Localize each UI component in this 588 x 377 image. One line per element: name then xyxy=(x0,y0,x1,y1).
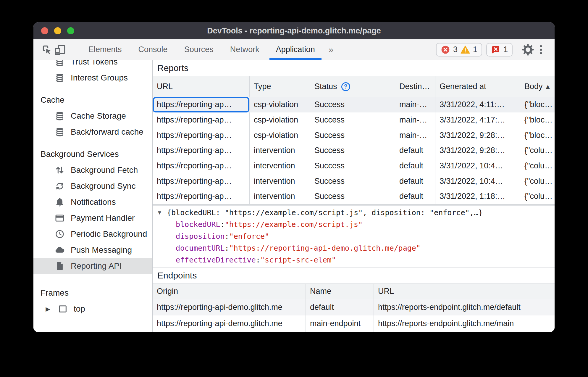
endpoint-cell-name[interactable]: main-endpoint xyxy=(306,315,374,332)
report-cell-url[interactable]: https://reporting-ap… xyxy=(153,97,250,112)
sidebar-item-reporting-api[interactable]: Reporting API xyxy=(33,258,152,274)
report-cell-url[interactable]: https://reporting-ap… xyxy=(153,173,250,189)
endpoint-cell-origin[interactable]: https://reporting-api-demo.glitch.me xyxy=(153,315,306,332)
report-cell-status[interactable]: Success xyxy=(310,112,395,128)
tab-sources[interactable]: Sources xyxy=(176,39,222,60)
report-cell-status[interactable]: Success xyxy=(310,128,395,143)
sidebar-item-back-forward-cache[interactable]: Back/forward cache xyxy=(33,124,152,140)
report-cell-generated-at[interactable]: 3/31/2022, 9:28:… xyxy=(435,128,520,143)
report-row[interactable]: https://reporting-ap…csp-violationSucces… xyxy=(153,112,555,128)
endpoint-cell-url[interactable]: https://reports-endpoint.glitch.me/main xyxy=(374,315,555,332)
sidebar-item-background-fetch[interactable]: Background Fetch xyxy=(33,162,152,178)
property-key: disposition xyxy=(176,232,225,241)
report-cell-url[interactable]: https://reporting-ap… xyxy=(153,143,250,158)
endpoints-column-header-url[interactable]: URL xyxy=(374,284,555,299)
report-row[interactable]: https://reporting-ap…csp-violationSucces… xyxy=(153,97,555,112)
report-cell-destination[interactable]: main-… xyxy=(395,97,435,112)
report-cell-body[interactable]: {"colu… xyxy=(520,143,555,158)
report-row[interactable]: https://reporting-ap…interventionSuccess… xyxy=(153,189,555,204)
tab-elements[interactable]: Elements xyxy=(80,39,130,60)
report-cell-destination[interactable]: default xyxy=(395,158,435,174)
report-cell-body[interactable]: {"colu… xyxy=(520,189,555,204)
report-cell-body[interactable]: {"bloc… xyxy=(520,97,555,112)
status-help-icon[interactable]: ? xyxy=(341,82,350,91)
report-body-preview-row[interactable]: ▼{blockedURL: "https://example.com/scrip… xyxy=(153,207,555,219)
report-cell-type[interactable]: csp-violation xyxy=(250,112,310,128)
report-cell-body[interactable]: {"colu… xyxy=(520,173,555,189)
report-cell-generated-at[interactable]: 3/31/2022, 4:11:… xyxy=(435,97,520,112)
report-cell-destination[interactable]: default xyxy=(395,173,435,189)
report-row[interactable]: https://reporting-ap…interventionSuccess… xyxy=(153,158,555,174)
report-cell-body[interactable]: {"bloc… xyxy=(520,112,555,128)
report-cell-destination[interactable]: default xyxy=(395,143,435,158)
sidebar-item-payment-handler[interactable]: Payment Handler xyxy=(33,210,152,226)
report-cell-type[interactable]: intervention xyxy=(250,158,310,174)
expand-arrow-icon[interactable]: ▶ xyxy=(44,305,52,312)
report-cell-type[interactable]: intervention xyxy=(250,189,310,204)
endpoint-row[interactable]: https://reporting-api-demo.glitch.memain… xyxy=(153,315,555,332)
more-tabs-icon[interactable]: » xyxy=(323,45,339,55)
kebab-menu-icon[interactable] xyxy=(534,43,547,56)
device-toolbar-icon[interactable] xyxy=(54,43,67,56)
issues-badge[interactable]: 1 xyxy=(486,43,513,57)
inspect-element-icon[interactable] xyxy=(41,43,54,56)
reports-table: URLTypeStatus?Destin…Generated atBody▲ht… xyxy=(153,76,555,204)
endpoint-cell-origin[interactable]: https://reporting-api-demo.glitch.me xyxy=(153,299,306,315)
reports-column-header-type[interactable]: Type xyxy=(250,76,310,97)
report-cell-status[interactable]: Success xyxy=(310,173,395,189)
report-cell-status[interactable]: Success xyxy=(310,158,395,174)
sidebar-item-trust-tokens[interactable]: Trust Tokens xyxy=(33,60,152,70)
report-cell-status[interactable]: Success xyxy=(310,189,395,204)
tab-console[interactable]: Console xyxy=(130,39,176,60)
sidebar-item-notifications[interactable]: Notifications xyxy=(33,194,152,210)
report-cell-destination[interactable]: default xyxy=(395,189,435,204)
report-row[interactable]: https://reporting-ap…csp-violationSucces… xyxy=(153,128,555,143)
endpoint-cell-url[interactable]: https://reports-endpoint.glitch.me/defau… xyxy=(374,299,555,315)
report-cell-generated-at[interactable]: 3/31/2022, 10:4… xyxy=(435,158,520,174)
sidebar-item-interest-groups[interactable]: Interest Groups xyxy=(33,70,152,86)
sidebar-item-cache-storage[interactable]: Cache Storage xyxy=(33,108,152,124)
close-button[interactable] xyxy=(41,27,48,34)
console-status-badges[interactable]: 3 1 xyxy=(436,43,482,57)
report-cell-destination[interactable]: main-… xyxy=(395,112,435,128)
report-cell-generated-at[interactable]: 3/31/2022, 4:17:… xyxy=(435,112,520,128)
endpoint-row[interactable]: https://reporting-api-demo.glitch.medefa… xyxy=(153,299,555,315)
report-cell-body[interactable]: {"colu… xyxy=(520,158,555,174)
endpoint-cell-name[interactable]: default xyxy=(306,299,374,315)
report-cell-status[interactable]: Success xyxy=(310,143,395,158)
report-cell-status[interactable]: Success xyxy=(310,97,395,112)
sidebar-item-label: Background Sync xyxy=(71,181,135,191)
endpoints-column-header-origin[interactable]: Origin xyxy=(153,284,306,299)
sidebar-item-background-sync[interactable]: Background Sync xyxy=(33,178,152,194)
report-cell-url[interactable]: https://reporting-ap… xyxy=(153,128,250,143)
report-cell-generated-at[interactable]: 3/31/2022, 10:4… xyxy=(435,173,520,189)
reports-column-header-body[interactable]: Body▲ xyxy=(520,76,555,97)
tab-application[interactable]: Application xyxy=(268,39,323,60)
report-cell-url[interactable]: https://reporting-ap… xyxy=(153,158,250,174)
report-cell-generated-at[interactable]: 3/31/2022, 1:18:… xyxy=(435,189,520,204)
report-cell-type[interactable]: intervention xyxy=(250,143,310,158)
endpoints-column-header-name[interactable]: Name xyxy=(306,284,374,299)
report-row[interactable]: https://reporting-ap…interventionSuccess… xyxy=(153,173,555,189)
reports-column-header-generated-at[interactable]: Generated at xyxy=(435,76,520,97)
report-cell-url[interactable]: https://reporting-ap… xyxy=(153,189,250,204)
report-cell-destination[interactable]: main-… xyxy=(395,128,435,143)
report-row[interactable]: https://reporting-ap…interventionSuccess… xyxy=(153,143,555,158)
reports-column-header-destin[interactable]: Destin… xyxy=(395,76,435,97)
maximize-button[interactable] xyxy=(67,27,74,34)
report-cell-url[interactable]: https://reporting-ap… xyxy=(153,112,250,128)
report-cell-type[interactable]: intervention xyxy=(250,173,310,189)
tab-network[interactable]: Network xyxy=(222,39,268,60)
reports-column-header-url[interactable]: URL xyxy=(153,76,250,97)
reports-column-header-status[interactable]: Status? xyxy=(310,76,395,97)
settings-gear-icon[interactable] xyxy=(521,43,534,56)
sidebar-item-periodic-background[interactable]: Periodic Background xyxy=(33,226,152,242)
sidebar-item-push-messaging[interactable]: Push Messaging xyxy=(33,242,152,258)
report-cell-type[interactable]: csp-violation xyxy=(250,97,310,112)
expanded-arrow-icon[interactable]: ▼ xyxy=(157,210,167,216)
sidebar-item-top[interactable]: ▶top xyxy=(33,301,152,317)
report-cell-body[interactable]: {"bloc… xyxy=(520,128,555,143)
report-cell-generated-at[interactable]: 3/31/2022, 9:28:… xyxy=(435,143,520,158)
report-cell-type[interactable]: csp-violation xyxy=(250,128,310,143)
minimize-button[interactable] xyxy=(54,27,61,34)
